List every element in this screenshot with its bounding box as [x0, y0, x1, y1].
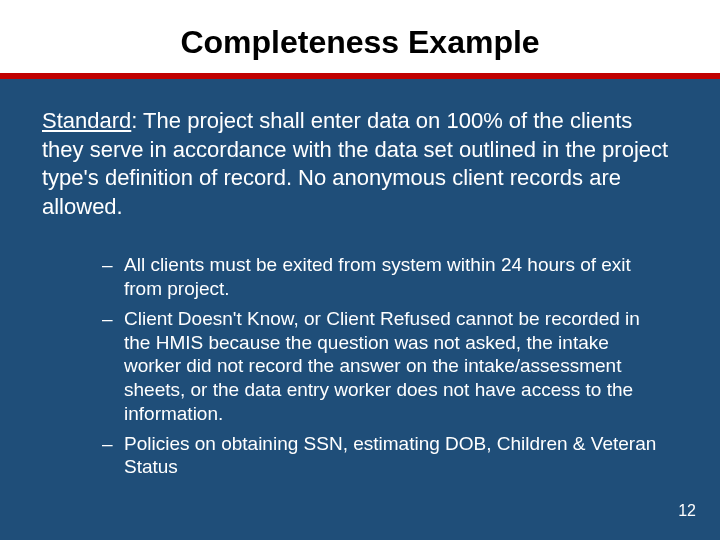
standard-paragraph: Standard: The project shall enter data o… — [42, 107, 678, 221]
title-area: Completeness Example — [0, 0, 720, 73]
slide: Completeness Example Standard: The proje… — [0, 0, 720, 540]
bullet-text: All clients must be exited from system w… — [124, 253, 658, 301]
standard-text: : The project shall enter data on 100% o… — [42, 108, 668, 219]
content-area: Standard: The project shall enter data o… — [0, 79, 720, 479]
list-item: – Policies on obtaining SSN, estimating … — [102, 432, 658, 480]
dash-icon: – — [102, 432, 124, 480]
standard-label: Standard — [42, 108, 131, 133]
list-item: – Client Doesn't Know, or Client Refused… — [102, 307, 658, 426]
list-item: – All clients must be exited from system… — [102, 253, 658, 301]
bullet-text: Policies on obtaining SSN, estimating DO… — [124, 432, 658, 480]
bullet-list: – All clients must be exited from system… — [42, 253, 678, 479]
dash-icon: – — [102, 307, 124, 426]
page-number: 12 — [678, 502, 696, 520]
bullet-text: Client Doesn't Know, or Client Refused c… — [124, 307, 658, 426]
slide-title: Completeness Example — [0, 24, 720, 61]
dash-icon: – — [102, 253, 124, 301]
